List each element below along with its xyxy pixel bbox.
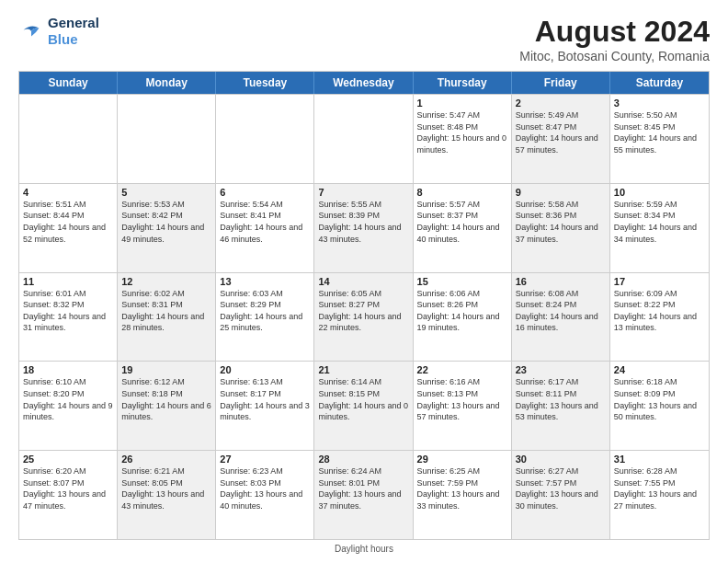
day-info: Sunrise: 6:23 AMSunset: 8:03 PMDaylight:… (220, 465, 310, 511)
day-number: 15 (417, 276, 507, 287)
day-info: Sunrise: 6:06 AMSunset: 8:26 PMDaylight:… (417, 288, 507, 334)
cal-cell-23: 23Sunrise: 6:17 AMSunset: 8:11 PMDayligh… (512, 362, 610, 450)
day-number: 29 (417, 454, 507, 465)
day-info: Sunrise: 5:58 AMSunset: 8:36 PMDaylight:… (516, 199, 606, 245)
cal-cell-1: 1Sunrise: 5:47 AMSunset: 8:48 PMDaylight… (414, 95, 512, 183)
logo-line1: General (48, 15, 99, 31)
day-number: 5 (121, 187, 211, 198)
calendar: SundayMondayTuesdayWednesdayThursdayFrid… (18, 71, 710, 540)
day-info: Sunrise: 6:16 AMSunset: 8:13 PMDaylight:… (417, 376, 507, 422)
day-number: 16 (516, 276, 606, 287)
cal-cell-25: 25Sunrise: 6:20 AMSunset: 8:07 PMDayligh… (19, 451, 118, 539)
day-number: 1 (417, 98, 507, 109)
day-info: Sunrise: 6:28 AMSunset: 7:55 PMDaylight:… (614, 465, 705, 511)
logo-icon (18, 18, 44, 44)
header-day-saturday: Saturday (610, 72, 709, 94)
day-number: 24 (614, 364, 705, 375)
day-number: 25 (23, 454, 113, 465)
cal-cell-14: 14Sunrise: 6:05 AMSunset: 8:27 PMDayligh… (314, 273, 413, 362)
cal-cell-24: 24Sunrise: 6:18 AMSunset: 8:09 PMDayligh… (610, 362, 709, 450)
day-info: Sunrise: 5:47 AMSunset: 8:48 PMDaylight:… (417, 109, 507, 155)
cal-cell-4: 4Sunrise: 5:51 AMSunset: 8:44 PMDaylight… (19, 184, 118, 272)
week-row-2: 11Sunrise: 6:01 AMSunset: 8:32 PMDayligh… (19, 272, 709, 362)
calendar-header: SundayMondayTuesdayWednesdayThursdayFrid… (19, 72, 709, 94)
day-number: 31 (614, 454, 705, 465)
week-row-3: 18Sunrise: 6:10 AMSunset: 8:20 PMDayligh… (19, 361, 709, 450)
day-info: Sunrise: 6:14 AMSunset: 8:15 PMDaylight:… (318, 376, 408, 422)
day-number: 22 (417, 364, 507, 375)
cal-cell-2: 2Sunrise: 5:49 AMSunset: 8:47 PMDaylight… (512, 95, 610, 183)
day-info: Sunrise: 6:21 AMSunset: 8:05 PMDaylight:… (121, 465, 211, 511)
day-info: Sunrise: 6:03 AMSunset: 8:29 PMDaylight:… (220, 288, 310, 334)
cal-cell-21: 21Sunrise: 6:14 AMSunset: 8:15 PMDayligh… (314, 362, 413, 450)
cal-cell-28: 28Sunrise: 6:24 AMSunset: 8:01 PMDayligh… (314, 451, 413, 539)
day-info: Sunrise: 6:13 AMSunset: 8:17 PMDaylight:… (220, 376, 310, 422)
day-info: Sunrise: 6:17 AMSunset: 8:11 PMDaylight:… (516, 376, 606, 422)
day-info: Sunrise: 5:54 AMSunset: 8:41 PMDaylight:… (220, 199, 310, 245)
cal-cell-10: 10Sunrise: 5:59 AMSunset: 8:34 PMDayligh… (610, 184, 709, 272)
cal-cell-8: 8Sunrise: 5:57 AMSunset: 8:37 PMDaylight… (414, 184, 512, 272)
cal-cell-empty-0-0 (19, 95, 118, 183)
day-number: 2 (516, 98, 606, 109)
week-row-0: 1Sunrise: 5:47 AMSunset: 8:48 PMDaylight… (19, 94, 709, 183)
cal-cell-27: 27Sunrise: 6:23 AMSunset: 8:03 PMDayligh… (216, 451, 314, 539)
cal-cell-empty-0-1 (118, 95, 216, 183)
day-number: 14 (318, 276, 408, 287)
header-day-wednesday: Wednesday (314, 72, 413, 94)
cal-cell-31: 31Sunrise: 6:28 AMSunset: 7:55 PMDayligh… (610, 451, 709, 539)
day-number: 20 (220, 364, 310, 375)
day-info: Sunrise: 6:09 AMSunset: 8:22 PMDaylight:… (614, 288, 705, 334)
main-title: August 2024 (519, 15, 710, 49)
day-info: Sunrise: 6:27 AMSunset: 7:57 PMDaylight:… (516, 465, 606, 511)
header-day-sunday: Sunday (19, 72, 118, 94)
day-number: 28 (318, 454, 408, 465)
subtitle: Mitoc, Botosani County, Romania (519, 49, 710, 63)
cal-cell-16: 16Sunrise: 6:08 AMSunset: 8:24 PMDayligh… (512, 273, 610, 362)
cal-cell-13: 13Sunrise: 6:03 AMSunset: 8:29 PMDayligh… (216, 273, 314, 362)
cal-cell-5: 5Sunrise: 5:53 AMSunset: 8:42 PMDaylight… (118, 184, 216, 272)
day-info: Sunrise: 5:50 AMSunset: 8:45 PMDaylight:… (614, 109, 705, 155)
day-number: 9 (516, 187, 606, 198)
day-info: Sunrise: 6:02 AMSunset: 8:31 PMDaylight:… (121, 288, 211, 334)
day-info: Sunrise: 5:49 AMSunset: 8:47 PMDaylight:… (516, 109, 606, 155)
day-info: Sunrise: 5:51 AMSunset: 8:44 PMDaylight:… (23, 199, 113, 245)
day-info: Sunrise: 6:25 AMSunset: 7:59 PMDaylight:… (417, 465, 507, 511)
cal-cell-29: 29Sunrise: 6:25 AMSunset: 7:59 PMDayligh… (414, 451, 512, 539)
cal-cell-empty-0-2 (216, 95, 314, 183)
header-day-monday: Monday (118, 72, 216, 94)
day-number: 13 (220, 276, 310, 287)
day-number: 26 (121, 454, 211, 465)
calendar-body: 1Sunrise: 5:47 AMSunset: 8:48 PMDaylight… (19, 94, 709, 539)
day-number: 23 (516, 364, 606, 375)
day-number: 11 (23, 276, 113, 287)
cal-cell-11: 11Sunrise: 6:01 AMSunset: 8:32 PMDayligh… (19, 273, 118, 362)
day-info: Sunrise: 6:18 AMSunset: 8:09 PMDaylight:… (614, 376, 705, 422)
header-day-friday: Friday (512, 72, 610, 94)
day-number: 12 (121, 276, 211, 287)
cal-cell-empty-0-3 (314, 95, 413, 183)
title-block: August 2024 Mitoc, Botosani County, Roma… (519, 15, 710, 63)
header-day-thursday: Thursday (414, 72, 512, 94)
cal-cell-7: 7Sunrise: 5:55 AMSunset: 8:39 PMDaylight… (314, 184, 413, 272)
cal-cell-19: 19Sunrise: 6:12 AMSunset: 8:18 PMDayligh… (118, 362, 216, 450)
day-number: 3 (614, 98, 705, 109)
page: General Blue August 2024 Mitoc, Botosani… (0, 0, 728, 563)
cal-cell-6: 6Sunrise: 5:54 AMSunset: 8:41 PMDaylight… (216, 184, 314, 272)
week-row-4: 25Sunrise: 6:20 AMSunset: 8:07 PMDayligh… (19, 450, 709, 539)
day-info: Sunrise: 5:55 AMSunset: 8:39 PMDaylight:… (318, 199, 408, 245)
day-info: Sunrise: 6:24 AMSunset: 8:01 PMDaylight:… (318, 465, 408, 511)
cal-cell-15: 15Sunrise: 6:06 AMSunset: 8:26 PMDayligh… (414, 273, 512, 362)
header: General Blue August 2024 Mitoc, Botosani… (18, 15, 710, 63)
cal-cell-3: 3Sunrise: 5:50 AMSunset: 8:45 PMDaylight… (610, 95, 709, 183)
day-info: Sunrise: 5:59 AMSunset: 8:34 PMDaylight:… (614, 199, 705, 245)
day-number: 6 (220, 187, 310, 198)
footer-note: Daylight hours (18, 540, 710, 554)
day-info: Sunrise: 6:08 AMSunset: 8:24 PMDaylight:… (516, 288, 606, 334)
logo-line2: Blue (48, 31, 99, 48)
day-number: 27 (220, 454, 310, 465)
day-number: 7 (318, 187, 408, 198)
cal-cell-9: 9Sunrise: 5:58 AMSunset: 8:36 PMDaylight… (512, 184, 610, 272)
day-info: Sunrise: 6:10 AMSunset: 8:20 PMDaylight:… (23, 376, 113, 422)
day-info: Sunrise: 6:20 AMSunset: 8:07 PMDaylight:… (23, 465, 113, 511)
cal-cell-18: 18Sunrise: 6:10 AMSunset: 8:20 PMDayligh… (19, 362, 118, 450)
